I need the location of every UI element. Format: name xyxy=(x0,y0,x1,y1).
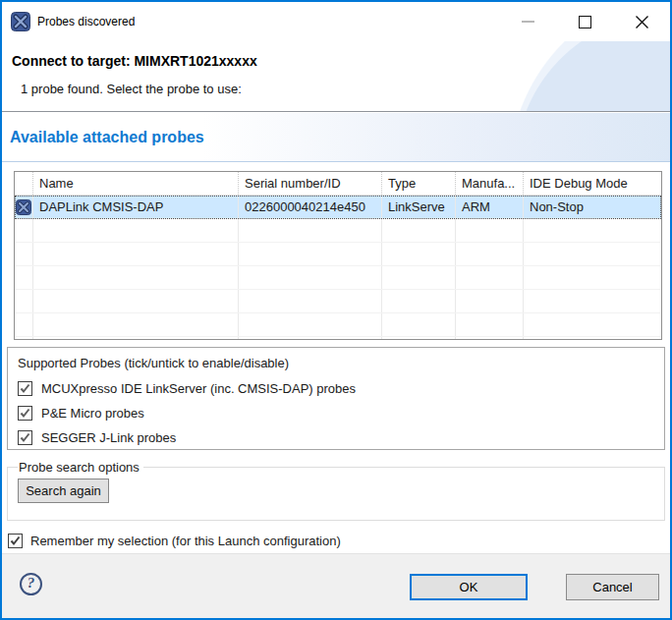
probe-ide-debug-mode-cell: Non-Stop xyxy=(524,196,661,218)
maximize-button[interactable] xyxy=(556,2,613,41)
segger-jlink-checkbox[interactable] xyxy=(18,430,32,445)
probe-row-daplink[interactable]: DAPLink CMSIS-DAP 0226000040214e450 Link… xyxy=(15,196,661,219)
window-controls xyxy=(499,2,670,41)
empty-cell xyxy=(15,290,33,312)
search-again-button[interactable]: Search again xyxy=(18,479,109,503)
empty-cell xyxy=(15,243,33,265)
remember-selection-checkbox[interactable] xyxy=(8,534,23,548)
table-empty-row xyxy=(15,266,661,290)
probe-search-options-label: Probe search options xyxy=(18,460,143,475)
empty-cell xyxy=(15,337,33,340)
probe-type-cell: LinkServe xyxy=(382,196,456,218)
probe-row-icon-cell xyxy=(15,196,33,218)
check-icon xyxy=(10,535,21,546)
probe-name-cell: DAPLink CMSIS-DAP xyxy=(33,196,239,218)
table-empty-row xyxy=(15,337,661,340)
pe-micro-checkbox[interactable] xyxy=(18,406,32,421)
empty-cell xyxy=(456,337,524,340)
table-header-row: Name Serial number/ID Type Manufa... IDE… xyxy=(15,172,661,196)
banner-message: 1 probe found. Select the probe to use: xyxy=(21,82,242,96)
supported-probes-group: Supported Probes (tick/untick to enable/… xyxy=(7,347,665,450)
button-bar: ? OK Cancel xyxy=(2,553,670,618)
remember-selection-label: Remember my selection (for this Launch c… xyxy=(30,534,341,548)
empty-cell xyxy=(524,243,661,265)
window-title: Probes discovered xyxy=(37,15,135,28)
option-label: P&E Micro probes xyxy=(41,406,144,421)
table-empty-row xyxy=(15,313,661,337)
mcuxpresso-x-icon xyxy=(11,12,30,31)
empty-cell xyxy=(33,290,239,312)
titlebar: Probes discovered xyxy=(2,2,670,41)
empty-cell xyxy=(524,266,661,289)
cancel-button[interactable]: Cancel xyxy=(566,574,659,600)
banner-title: Connect to target: MIMXRT1021xxxxx xyxy=(12,53,257,69)
empty-cell xyxy=(382,290,456,312)
option-pe-micro-probes[interactable]: P&E Micro probes xyxy=(18,401,654,425)
empty-cell xyxy=(239,243,382,265)
option-segger-jlink-probes[interactable]: SEGGER J-Link probes xyxy=(18,425,654,450)
empty-cell xyxy=(15,266,33,289)
empty-cell xyxy=(15,313,33,336)
ok-button[interactable]: OK xyxy=(410,574,528,600)
probes-table: Name Serial number/ID Type Manufa... IDE… xyxy=(14,171,662,340)
minimize-icon xyxy=(522,21,534,23)
question-mark-icon: ? xyxy=(28,575,35,592)
empty-cell xyxy=(239,219,382,242)
check-icon xyxy=(20,383,30,394)
empty-cell xyxy=(524,219,661,242)
table-empty-row xyxy=(15,290,661,313)
column-header-icon[interactable] xyxy=(15,172,33,195)
probe-serial-cell: 0226000040214e450 xyxy=(239,196,382,218)
help-button[interactable]: ? xyxy=(20,573,42,595)
column-header-type[interactable]: Type xyxy=(382,172,456,195)
table-empty-row xyxy=(15,243,661,266)
empty-cell xyxy=(239,313,382,336)
column-header-ide-debug-mode[interactable]: IDE Debug Mode xyxy=(524,172,661,195)
close-icon xyxy=(635,15,649,29)
empty-cell xyxy=(382,243,456,265)
mcuxpresso-x-icon xyxy=(16,199,31,215)
empty-cell xyxy=(524,313,661,336)
option-label: MCUXpresso IDE LinkServer (inc. CMSIS-DA… xyxy=(41,381,356,396)
empty-cell xyxy=(33,243,239,265)
empty-cell xyxy=(33,313,239,336)
empty-cell xyxy=(33,266,239,289)
empty-cell xyxy=(524,290,661,312)
remember-selection-row[interactable]: Remember my selection (for this Launch c… xyxy=(8,534,341,548)
dialog-banner: Connect to target: MIMXRT1021xxxxx 1 pro… xyxy=(2,41,670,112)
option-linkserver-probes[interactable]: MCUXpresso IDE LinkServer (inc. CMSIS-DA… xyxy=(18,376,654,401)
empty-cell xyxy=(33,337,239,340)
empty-cell xyxy=(33,219,239,242)
probes-discovered-dialog: Probes discovered Connect to target: MIM… xyxy=(0,0,672,620)
column-header-manufacturer[interactable]: Manufa... xyxy=(456,172,524,195)
empty-cell xyxy=(382,266,456,289)
empty-cell xyxy=(15,219,33,242)
empty-cell xyxy=(239,266,382,289)
section-heading: Available attached probes xyxy=(2,113,670,162)
minimize-button[interactable] xyxy=(499,2,556,41)
probe-manufacturer-cell: ARM xyxy=(456,196,524,218)
supported-probes-label: Supported Probes (tick/untick to enable/… xyxy=(18,356,654,370)
option-label: SEGGER J-Link probes xyxy=(41,430,176,445)
empty-cell xyxy=(456,243,524,265)
empty-cell xyxy=(524,337,661,340)
close-button[interactable] xyxy=(613,2,670,41)
empty-cell xyxy=(239,290,382,312)
table-empty-row xyxy=(15,219,661,243)
check-icon xyxy=(20,408,30,419)
empty-cell xyxy=(456,219,524,242)
empty-cell xyxy=(382,219,456,242)
linkserver-checkbox[interactable] xyxy=(18,381,32,396)
column-header-name[interactable]: Name xyxy=(33,172,239,195)
empty-cell xyxy=(382,313,456,336)
maximize-icon xyxy=(579,16,591,28)
empty-cell xyxy=(456,266,524,289)
empty-cell xyxy=(239,337,382,340)
check-icon xyxy=(20,432,30,443)
empty-cell xyxy=(456,290,524,312)
probe-search-options-group: Probe search options Search again xyxy=(7,460,665,521)
empty-cell xyxy=(382,337,456,340)
empty-cell xyxy=(456,313,524,336)
column-header-serial[interactable]: Serial number/ID xyxy=(239,172,382,195)
